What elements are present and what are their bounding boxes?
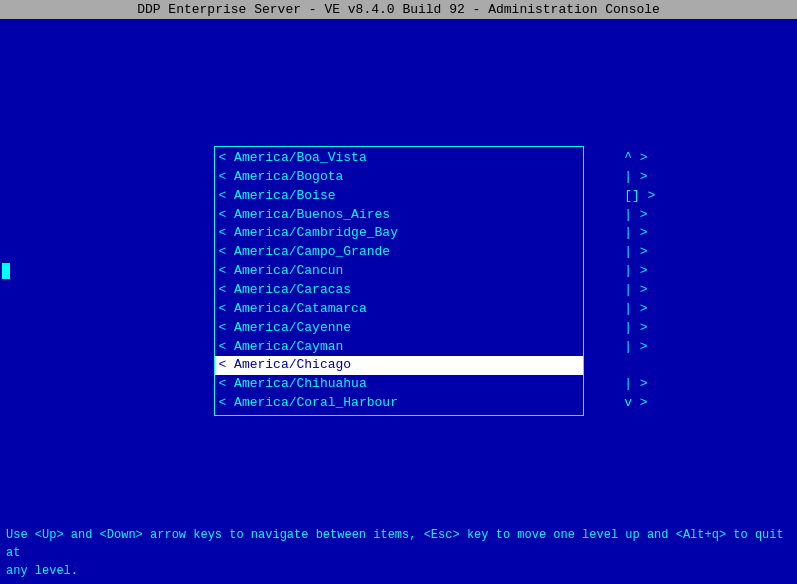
- list-item[interactable]: < America/Cancun | >: [215, 262, 583, 281]
- list-item[interactable]: < America/Boise [] >: [215, 187, 583, 206]
- list-item[interactable]: < America/Coral_Harbour v >: [215, 394, 583, 413]
- list-item[interactable]: < America/Cambridge_Bay | >: [215, 224, 583, 243]
- main-area: < America/Boa_Vista ^ >< America/Bogota …: [0, 19, 797, 523]
- list-item[interactable]: < America/Boa_Vista ^ >: [215, 149, 583, 168]
- title-text: DDP Enterprise Server - VE v8.4.0 Build …: [137, 2, 660, 17]
- list-item[interactable]: < America/Cayenne | >: [215, 319, 583, 338]
- title-bar: DDP Enterprise Server - VE v8.4.0 Build …: [0, 0, 797, 19]
- status-bar: Use <Up> and <Down> arrow keys to naviga…: [0, 522, 797, 584]
- list-item[interactable]: < America/Bogota | >: [215, 168, 583, 187]
- list-item[interactable]: < America/Buenos_Aires | >: [215, 206, 583, 225]
- status-line-1: Use <Up> and <Down> arrow keys to naviga…: [6, 526, 791, 562]
- list-item[interactable]: < America/Catamarca | >: [215, 300, 583, 319]
- timezone-list[interactable]: < America/Boa_Vista ^ >< America/Bogota …: [214, 146, 584, 416]
- cursor-indicator: [2, 263, 10, 279]
- list-item[interactable]: < America/Campo_Grande | >: [215, 243, 583, 262]
- list-item[interactable]: < America/Caracas | >: [215, 281, 583, 300]
- list-item[interactable]: < America/Chicago | >: [215, 356, 583, 375]
- list-item[interactable]: < America/Cayman | >: [215, 338, 583, 357]
- status-line-2: any level.: [6, 562, 791, 580]
- list-item[interactable]: < America/Chihuahua | >: [215, 375, 583, 394]
